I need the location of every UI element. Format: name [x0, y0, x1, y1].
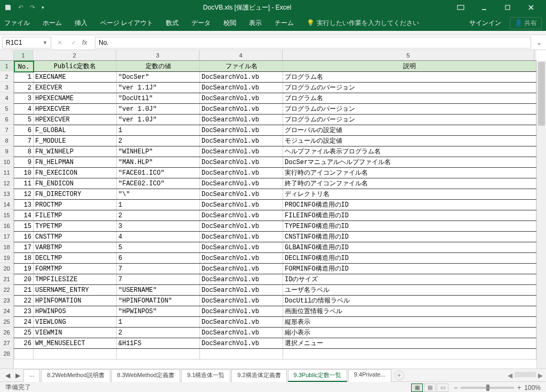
cell[interactable]: 19 — [14, 264, 34, 274]
close-icon[interactable] — [520, 2, 542, 13]
cell[interactable]: DocSearchVol.vb — [200, 157, 283, 168]
cell[interactable]: "DocSer" — [117, 72, 200, 83]
cell[interactable]: F_MODULE — [34, 136, 117, 146]
cell[interactable]: F_GLOBAL — [34, 125, 117, 136]
minimize-icon[interactable] — [473, 2, 495, 13]
cell[interactable]: VIEWMIN — [34, 328, 117, 338]
row-header[interactable]: 8 — [0, 135, 13, 146]
cell[interactable]: DECLTMP — [34, 253, 117, 264]
cell[interactable]: 実行時のアイコンファイル名 — [283, 168, 536, 178]
cell[interactable] — [283, 349, 536, 360]
cell[interactable]: DocSearchVol.vb — [200, 285, 283, 296]
sheet-tab[interactable]: 9.3Public定数一覧 — [288, 369, 347, 382]
cell[interactable]: TMPFILESIZE — [34, 274, 117, 285]
cell[interactable]: FILEINFO構造用のID — [283, 210, 536, 221]
name-box[interactable]: R1C1▼ — [2, 37, 51, 48]
cell[interactable]: 23 — [14, 306, 34, 317]
tell-me[interactable]: 💡実行したい作業を入力してください — [307, 19, 419, 28]
cell[interactable]: 25 — [14, 328, 34, 338]
cell[interactable]: プログラム名 — [283, 72, 536, 83]
cell[interactable]: 4 — [14, 104, 34, 115]
chevron-down-icon[interactable]: ▼ — [43, 40, 47, 45]
cell[interactable]: DocSearchVol.vb — [200, 93, 283, 104]
cell[interactable]: VIEWLONG — [34, 317, 117, 328]
cell[interactable]: DocSearchVol.vb — [200, 168, 283, 178]
cell[interactable]: 16 — [14, 232, 34, 242]
cell[interactable]: PROCINFO構造用のID — [283, 200, 536, 210]
cell[interactable]: "HPWINPOS" — [117, 306, 200, 317]
cell[interactable]: 3 — [14, 93, 34, 104]
row-header[interactable]: 12 — [0, 178, 13, 189]
cell[interactable]: DocSearchVol.vb — [200, 221, 283, 232]
cell[interactable]: "ver 1.1J" — [117, 83, 200, 93]
cell[interactable]: モジュールの設定値 — [283, 136, 536, 146]
cell[interactable]: CNSTTMP — [34, 232, 117, 242]
cell[interactable]: 18 — [14, 253, 34, 264]
cell[interactable]: 15 — [14, 221, 34, 232]
cell[interactable]: 終了時のアイコンファイル名 — [283, 178, 536, 189]
cell[interactable]: 1 — [14, 72, 34, 83]
tab-home[interactable]: ホーム — [43, 19, 62, 28]
sheet-tab[interactable]: 9.1構造体一覧 — [181, 369, 230, 382]
cell[interactable]: 14 — [14, 210, 34, 221]
cell[interactable]: グローバルの設定値 — [283, 125, 536, 136]
cell[interactable]: "ver 1.0J" — [117, 104, 200, 115]
cell[interactable]: DocSearchVol.vb — [200, 253, 283, 264]
tab-nav-next-icon[interactable]: ▶ — [13, 372, 22, 379]
cell[interactable]: プログラムのバージョン — [283, 104, 536, 115]
cell[interactable]: 13 — [14, 200, 34, 210]
enter-formula-icon[interactable]: ✓ — [68, 39, 79, 46]
tab-data[interactable]: データ — [191, 19, 211, 28]
cell[interactable]: HPINFOMATION — [34, 296, 117, 306]
cell[interactable]: 1 — [117, 125, 200, 136]
vertical-scrollbar[interactable] — [536, 61, 546, 369]
cell[interactable]: ディレクトリ名 — [283, 189, 536, 200]
cell[interactable]: DocSearchVol.vb — [200, 274, 283, 285]
qat-dropdown-icon[interactable]: ▾ — [42, 5, 44, 10]
cell[interactable]: 2 — [117, 328, 200, 338]
row-header[interactable]: 19 — [0, 252, 13, 263]
cell[interactable]: FN_DIRECTORY — [34, 189, 117, 200]
cell[interactable] — [117, 349, 200, 360]
cell[interactable]: DECLINFO構造用のID — [283, 253, 536, 264]
header-cell[interactable]: Public定数名 — [34, 61, 117, 72]
cell[interactable]: GLBAINFO構造用のID — [283, 242, 536, 253]
col-header[interactable]: 2 — [33, 50, 116, 60]
cell[interactable]: 24 — [14, 317, 34, 328]
cell[interactable]: 5 — [117, 242, 200, 253]
row-header[interactable]: 13 — [0, 189, 13, 199]
cell[interactable]: HPEXECNAME — [34, 93, 117, 104]
row-header[interactable]: 26 — [0, 327, 13, 338]
cell[interactable]: DocSearchVol.vb — [200, 317, 283, 328]
horizontal-scrollbar[interactable] — [515, 372, 536, 377]
cell[interactable]: 9 — [14, 157, 34, 168]
cell[interactable]: &H11FS — [117, 338, 200, 349]
tab-layout[interactable]: ページ レイアウト — [100, 19, 153, 28]
sheet-tab[interactable]: 9.2構造体定義書 — [231, 369, 286, 382]
cell[interactable]: "FACE02.ICO" — [117, 178, 200, 189]
row-header[interactable]: 4 — [0, 93, 13, 103]
cell[interactable]: 20 — [14, 274, 34, 285]
cell[interactable]: 画面位置情報ラベル — [283, 306, 536, 317]
cell[interactable]: FN_WINHELP — [34, 146, 117, 157]
cell[interactable]: HPEXECVER — [34, 115, 117, 125]
view-page-break-icon[interactable]: ▭ — [437, 383, 448, 392]
cell[interactable]: 8 — [14, 146, 34, 157]
cell[interactable]: "DocUtil" — [117, 93, 200, 104]
cell[interactable]: DocUtilの情報ラベル — [283, 296, 536, 306]
cell[interactable]: DocSearchVol.vb — [200, 104, 283, 115]
col-header[interactable]: 4 — [199, 50, 283, 60]
fx-icon[interactable]: fx — [82, 39, 92, 46]
cell[interactable]: DocSearchVol.vb — [200, 328, 283, 338]
cell[interactable]: 7 — [117, 274, 200, 285]
scroll-thumb[interactable] — [538, 62, 545, 126]
cell[interactable]: 2 — [14, 83, 34, 93]
col-header[interactable]: 1 — [14, 50, 33, 60]
cell[interactable]: "\" — [117, 189, 200, 200]
grid[interactable]: No.Public定数名定数の値ファイル名説明1EXECNAME"DocSer"… — [14, 61, 536, 369]
cell[interactable]: 6 — [117, 253, 200, 264]
cell[interactable]: DocSearchVol.vb — [200, 296, 283, 306]
formula-input[interactable]: No. — [95, 37, 531, 48]
col-header[interactable]: 5 — [283, 50, 534, 60]
cell[interactable]: FN_EXECICON — [34, 168, 117, 178]
